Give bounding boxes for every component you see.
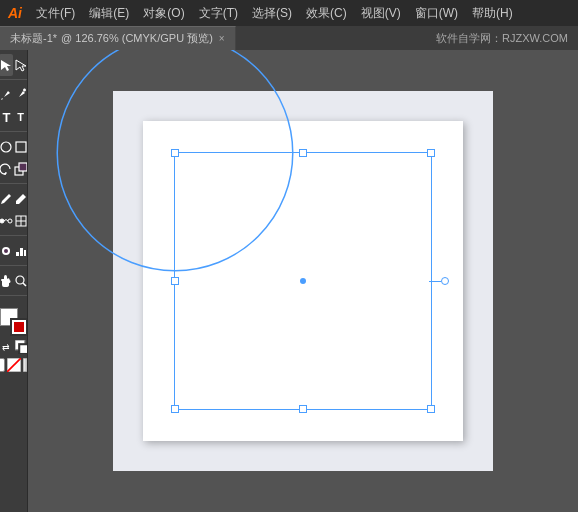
ellipse-tool[interactable] bbox=[0, 136, 13, 158]
bounding-box bbox=[174, 152, 432, 410]
scale-tool[interactable] bbox=[14, 158, 28, 180]
brush-tool-group bbox=[0, 188, 27, 236]
main-area: T T bbox=[0, 50, 578, 512]
selection-tool[interactable] bbox=[0, 54, 13, 76]
shape-tool-group bbox=[0, 136, 27, 184]
svg-point-16 bbox=[16, 276, 24, 284]
svg-line-17 bbox=[23, 283, 26, 286]
hand-tool[interactable] bbox=[0, 270, 13, 292]
menu-file[interactable]: 文件(F) bbox=[30, 3, 81, 24]
menu-view[interactable]: 视图(V) bbox=[355, 3, 407, 24]
menu-effect[interactable]: 效果(C) bbox=[300, 3, 353, 24]
handle-bottom-center[interactable] bbox=[299, 405, 307, 413]
svg-point-6 bbox=[0, 219, 4, 223]
pen-tool[interactable] bbox=[0, 84, 13, 106]
pen-tool-group: T T bbox=[0, 84, 27, 132]
default-colors-button[interactable] bbox=[15, 340, 29, 354]
svg-rect-14 bbox=[20, 248, 23, 256]
artboard bbox=[113, 91, 493, 471]
stroke-swatch[interactable] bbox=[10, 318, 28, 336]
left-toolbar: T T bbox=[0, 50, 28, 512]
svg-rect-5 bbox=[19, 163, 27, 171]
fill-color-button[interactable] bbox=[0, 358, 5, 372]
svg-point-23 bbox=[57, 50, 293, 271]
svg-rect-15 bbox=[24, 250, 26, 256]
menu-edit[interactable]: 编辑(E) bbox=[83, 3, 135, 24]
selection-tool-group bbox=[0, 54, 27, 80]
type-tool[interactable]: T bbox=[0, 106, 13, 128]
navigate-tool-group bbox=[0, 270, 27, 296]
handle-bottom-right[interactable] bbox=[427, 405, 435, 413]
swap-colors-button[interactable]: ⇄ bbox=[0, 340, 13, 354]
pencil-tool[interactable] bbox=[14, 188, 28, 210]
canvas-area[interactable] bbox=[28, 50, 578, 512]
zoom-tool[interactable] bbox=[14, 270, 28, 292]
menu-bar: 文件(F) 编辑(E) 对象(O) 文字(T) 选择(S) 效果(C) 视图(V… bbox=[30, 3, 570, 24]
rectangle-tool[interactable] bbox=[14, 136, 28, 158]
graph-tool[interactable] bbox=[14, 240, 28, 262]
title-bar: Ai 文件(F) 编辑(E) 对象(O) 文字(T) 选择(S) 效果(C) 视… bbox=[0, 0, 578, 26]
symbol-tool[interactable] bbox=[0, 240, 13, 262]
mesh-tool[interactable] bbox=[14, 210, 28, 232]
anchor-handle-circle[interactable] bbox=[441, 277, 449, 285]
menu-window[interactable]: 窗口(W) bbox=[409, 3, 464, 24]
tab-title: 未标题-1*@ 126.76% (CMYK/GPU 预览) bbox=[10, 31, 213, 46]
circle-shape[interactable] bbox=[47, 50, 303, 281]
svg-rect-3 bbox=[16, 142, 26, 152]
menu-text[interactable]: 文字(T) bbox=[193, 3, 244, 24]
no-fill-button[interactable] bbox=[7, 358, 21, 372]
center-point bbox=[300, 278, 306, 284]
vertical-type-tool[interactable]: T bbox=[14, 106, 27, 128]
svg-rect-19 bbox=[19, 344, 28, 354]
active-tab[interactable]: 未标题-1*@ 126.76% (CMYK/GPU 预览) × bbox=[0, 26, 236, 50]
direct-selection-tool[interactable] bbox=[14, 54, 28, 76]
ai-logo: Ai bbox=[8, 5, 22, 21]
add-anchor-tool[interactable] bbox=[14, 84, 28, 106]
menu-help[interactable]: 帮助(H) bbox=[466, 3, 519, 24]
paintbrush-tool[interactable] bbox=[0, 188, 13, 210]
graph-tool-group bbox=[0, 240, 27, 266]
svg-point-2 bbox=[1, 142, 11, 152]
blend-tool[interactable] bbox=[0, 210, 13, 232]
handle-top-right[interactable] bbox=[427, 149, 435, 157]
menu-object[interactable]: 对象(O) bbox=[137, 3, 190, 24]
tab-bar: 未标题-1*@ 126.76% (CMYK/GPU 预览) × 软件自学网：RJ… bbox=[0, 26, 578, 50]
canvas-document bbox=[143, 121, 463, 441]
menu-select[interactable]: 选择(S) bbox=[246, 3, 298, 24]
handle-bottom-left[interactable] bbox=[171, 405, 179, 413]
color-swatches bbox=[0, 308, 28, 336]
color-area: ⇄ bbox=[0, 304, 27, 376]
svg-point-7 bbox=[8, 219, 12, 223]
rotate-tool[interactable] bbox=[0, 158, 13, 180]
svg-point-12 bbox=[4, 249, 8, 253]
website-label: 软件自学网：RJZXW.COM bbox=[436, 31, 578, 46]
anchor-line bbox=[429, 281, 441, 282]
tab-close-button[interactable]: × bbox=[219, 33, 225, 44]
svg-rect-13 bbox=[16, 252, 19, 256]
